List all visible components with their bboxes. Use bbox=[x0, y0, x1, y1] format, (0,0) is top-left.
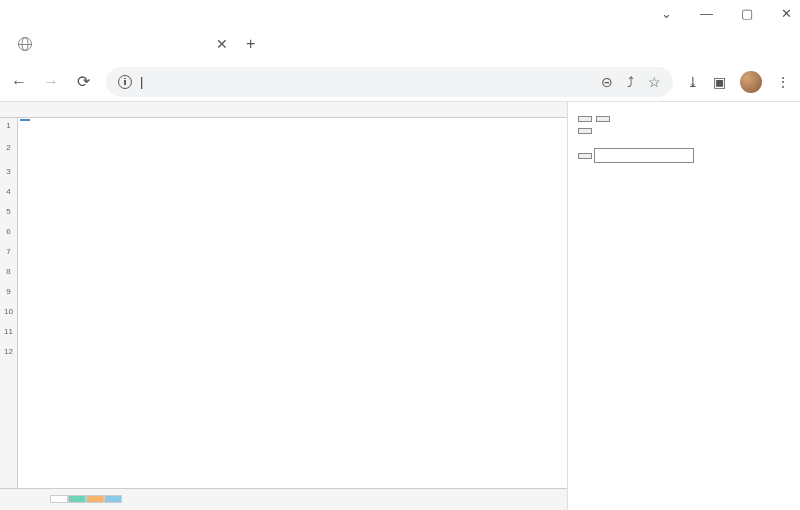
sheet-tab[interactable] bbox=[50, 495, 68, 503]
row-num[interactable]: 8 bbox=[0, 262, 17, 282]
hide-dropdown-icon[interactable]: ⌄ bbox=[661, 6, 672, 21]
close-icon[interactable]: ✕ bbox=[781, 6, 792, 21]
export-filename-input[interactable] bbox=[594, 148, 694, 163]
row-num[interactable]: 12 bbox=[0, 342, 17, 362]
window-controls: ⌄ — ▢ ✕ bbox=[0, 0, 800, 26]
row-num[interactable]: 2 bbox=[0, 134, 17, 162]
browser-tabs: ✕ + bbox=[0, 26, 800, 62]
row-num[interactable]: 5 bbox=[0, 202, 17, 222]
row-num[interactable]: 9 bbox=[0, 282, 17, 302]
page-content: 1 2 3 4 5 6 7 8 9 10 11 12 bbox=[0, 102, 800, 510]
back-button[interactable]: ← bbox=[10, 73, 28, 91]
spreadsheet: 1 2 3 4 5 6 7 8 9 10 11 12 bbox=[0, 102, 568, 510]
profile-avatar[interactable] bbox=[740, 71, 762, 93]
globe-icon bbox=[18, 37, 32, 51]
url-text: | bbox=[140, 74, 593, 89]
choose-file-button[interactable] bbox=[578, 116, 592, 122]
grid[interactable] bbox=[18, 118, 567, 488]
row-num[interactable]: 6 bbox=[0, 222, 17, 242]
zoom-icon[interactable]: ⊝ bbox=[601, 74, 613, 90]
sheet-tab[interactable] bbox=[104, 495, 122, 503]
row-num[interactable]: 7 bbox=[0, 242, 17, 262]
side-panel bbox=[568, 102, 800, 510]
toolbar: ← → ⟳ i | ⊝ ⤴ ☆ ⤓ ▣ ⋮ bbox=[0, 62, 800, 102]
add-revenue-button[interactable] bbox=[578, 128, 592, 134]
sheet-body: 1 2 3 4 5 6 7 8 9 10 11 12 bbox=[0, 118, 567, 488]
column-headers bbox=[0, 102, 567, 118]
sidepanel-icon[interactable]: ▣ bbox=[713, 74, 726, 90]
row-headers: 1 2 3 4 5 6 7 8 9 10 11 12 bbox=[0, 118, 18, 488]
maximize-icon[interactable]: ▢ bbox=[741, 6, 753, 21]
tab-close-icon[interactable]: ✕ bbox=[216, 36, 228, 52]
banner-cell[interactable] bbox=[20, 119, 30, 121]
browser-tab[interactable]: ✕ bbox=[8, 28, 238, 60]
address-bar[interactable]: i | ⊝ ⤴ ☆ bbox=[106, 67, 673, 97]
site-info-icon[interactable]: i bbox=[118, 75, 132, 89]
export-file-button[interactable] bbox=[578, 153, 592, 159]
downloads-icon[interactable]: ⤓ bbox=[687, 74, 699, 90]
row-num[interactable]: 10 bbox=[0, 302, 17, 322]
minimize-icon[interactable]: — bbox=[700, 6, 713, 21]
forward-button[interactable]: → bbox=[42, 73, 60, 91]
row-num[interactable]: 11 bbox=[0, 322, 17, 342]
row-num[interactable]: 3 bbox=[0, 162, 17, 182]
row-num[interactable]: 4 bbox=[0, 182, 17, 202]
row-num[interactable]: 1 bbox=[0, 118, 17, 134]
bookmark-icon[interactable]: ☆ bbox=[648, 74, 661, 90]
share-icon[interactable]: ⤴ bbox=[627, 74, 634, 90]
sheet-tab-active[interactable] bbox=[68, 495, 86, 503]
new-tab-button[interactable]: + bbox=[246, 35, 255, 53]
sheet-tabs bbox=[0, 488, 567, 510]
reload-button[interactable]: ⟳ bbox=[74, 72, 92, 91]
open-button[interactable] bbox=[596, 116, 610, 122]
sheet-tab[interactable] bbox=[86, 495, 104, 503]
menu-icon[interactable]: ⋮ bbox=[776, 74, 790, 90]
